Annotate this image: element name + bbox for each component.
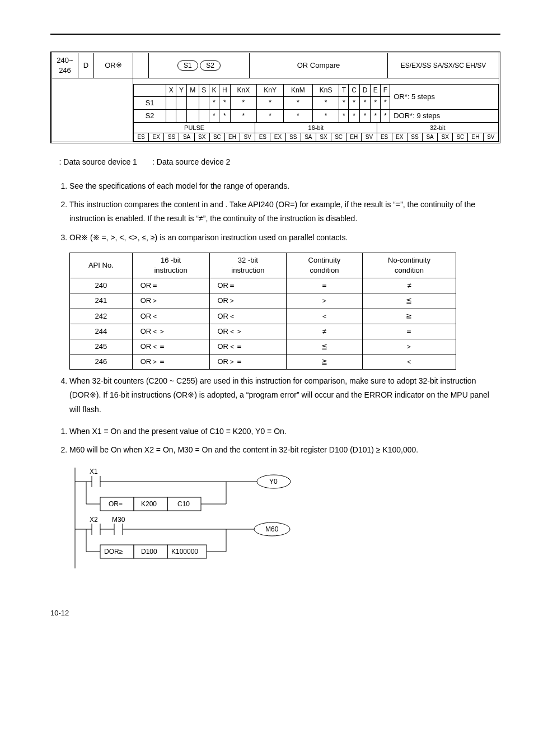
instruction-header-table: 240~ 246 D OR※ S1 S2 OR Compare ES/EX/SS… <box>50 52 500 143</box>
ladder-d100: D100 <box>141 548 157 556</box>
s2-row-label: S2 <box>134 109 166 122</box>
explanations-section: See the specifications of each model for… <box>50 179 500 417</box>
ladder-k200: K200 <box>141 500 157 508</box>
ladder-m30: M30 <box>112 516 125 524</box>
table-row: 241OR＞OR＞＞≦ <box>70 293 456 309</box>
operands-desc: : Data source device 1 : Data source dev… <box>50 157 500 168</box>
ladder-x2: X2 <box>90 516 98 524</box>
top-rule <box>50 34 500 35</box>
expl-2: This instruction compares the content in… <box>69 198 500 226</box>
ladder-diagram: X1 Y0 OR= K200 C10 X2 M30 M60 DOR≥ D100 … <box>69 465 500 575</box>
ladder-oreq: OR= <box>109 500 123 508</box>
ladder-m60: M60 <box>265 525 279 533</box>
table-row: 245OR＜＝OR＜＝≦＞ <box>70 339 456 354</box>
prog-2: M60 will be On when X2 = On, M30 = On an… <box>69 443 500 457</box>
pulse-table: PULSE 16-bit 32-bit ESEXSSSA SXSCEHSV ES… <box>133 123 499 142</box>
s1-row-label: S1 <box>134 96 166 109</box>
controllers-cell: ES/EX/SS SA/SX/SC EH/SV <box>388 53 500 78</box>
expl-3: OR※ (※ =, >, <, <>, ≤, ≥) is an comparis… <box>69 231 500 245</box>
ladder-k100000: K100000 <box>171 548 198 556</box>
ladder-c10: C10 <box>177 500 190 508</box>
steps-b: DOR*: 9 steps <box>390 109 499 122</box>
expl-4: When 32-bit counters (C200 ~ C255) are u… <box>69 374 500 417</box>
api-range: 240~ 246 <box>51 53 78 78</box>
d-flag: D <box>78 53 94 78</box>
table-row: 244OR＜＞OR＜＞≠＝ <box>70 324 456 339</box>
function-cell: OR Compare <box>250 53 388 78</box>
expl-1: See the specifications of each model for… <box>69 179 500 193</box>
operand-grid: XYMS KHKnXKnY KnMKnSTC DEF OR*: 5 steps … <box>133 84 499 123</box>
table-row: 246OR＞＝OR＞＝≧＜ <box>70 354 456 370</box>
prog-1: When X1 = On and the present value of C1… <box>69 424 500 438</box>
ladder-x1: X1 <box>90 468 98 475</box>
mnemonic: OR※ <box>94 53 133 78</box>
steps-a: OR*: 5 steps <box>390 84 499 109</box>
program-example-section: When X1 = On and the present value of C1… <box>50 424 500 575</box>
table-row: 242OR＜OR＜＜≧ <box>70 309 456 324</box>
ladder-dorge: DOR≥ <box>104 548 123 556</box>
api-table: API No. 16 -bit instruction 32 -bit inst… <box>69 253 456 370</box>
s2-oval: S2 <box>200 60 221 71</box>
ladder-y0: Y0 <box>269 478 278 486</box>
page-footer: 10-12 <box>50 608 500 618</box>
s1-oval: S1 <box>177 60 198 71</box>
table-row: 240OR＝OR＝＝≠ <box>70 278 456 293</box>
